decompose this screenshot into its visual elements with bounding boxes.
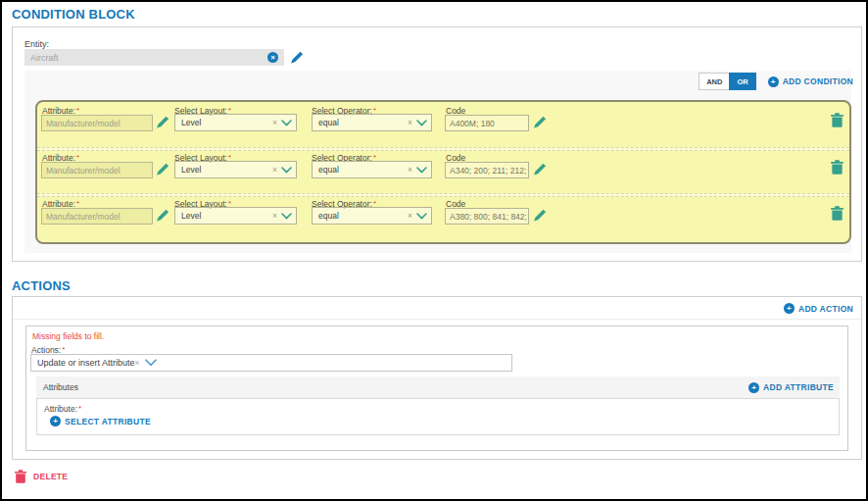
- attribute-item-box: Attribute:* + SELECT ATTRIBUTE: [36, 398, 840, 435]
- plus-icon: +: [50, 416, 61, 426]
- edit-attribute-icon[interactable]: [157, 209, 169, 222]
- attribute-input[interactable]: Manufacturer/model: [41, 162, 153, 178]
- edit-attribute-icon[interactable]: [157, 163, 169, 175]
- chevron-down-icon[interactable]: [281, 120, 292, 126]
- clear-icon[interactable]: ×: [272, 118, 277, 127]
- delete-condition-icon[interactable]: [831, 113, 844, 130]
- code-input[interactable]: A340; 200; 211; 212; 2...: [445, 162, 529, 178]
- condition-row: Attribute:* Manufacturer/model Select La…: [37, 104, 849, 147]
- layout-select[interactable]: Level ×: [174, 207, 297, 225]
- clear-icon[interactable]: ×: [272, 211, 277, 221]
- chevron-down-icon[interactable]: [281, 167, 292, 174]
- condition-logic-toolbar: AND OR + ADD CONDITION: [699, 73, 853, 90]
- operator-select[interactable]: equal ×: [312, 207, 432, 225]
- missing-fields-warning: Missing fields to fill.: [32, 331, 104, 341]
- actions-select[interactable]: Update or insert Attribute ×: [30, 354, 512, 372]
- edit-code-icon[interactable]: [534, 116, 547, 128]
- code-input[interactable]: A400M; 180: [445, 115, 529, 131]
- clear-icon[interactable]: ×: [408, 118, 412, 127]
- operator-select[interactable]: equal ×: [312, 161, 432, 178]
- edit-code-icon[interactable]: [534, 163, 547, 175]
- clear-entity-icon[interactable]: ×: [267, 52, 278, 63]
- chevron-down-icon[interactable]: [145, 359, 157, 367]
- clear-icon[interactable]: ×: [272, 165, 277, 175]
- chevron-down-icon[interactable]: [416, 120, 427, 126]
- attribute-input[interactable]: Manufacturer/model: [41, 208, 153, 225]
- condition-block-title: CONDITION BLOCK: [12, 7, 135, 22]
- actions-container: + ADD ACTION Missing fields to fill. Act…: [12, 296, 862, 460]
- or-toggle-button[interactable]: OR: [729, 73, 755, 90]
- select-attribute-button[interactable]: + SELECT ATTRIBUTE: [50, 416, 151, 426]
- delete-condition-icon[interactable]: [831, 206, 844, 224]
- condition-block-container: Entity: Aircraft × Attribute Condition A…: [12, 26, 862, 262]
- chevron-down-icon[interactable]: [416, 167, 427, 174]
- actions-title: ACTIONS: [12, 278, 71, 293]
- actions-header: [13, 297, 861, 320]
- rule-editor-page: CONDITION BLOCK Entity: Aircraft × Attri…: [0, 0, 868, 501]
- code-input[interactable]: A380; 800; 841; 842; 8...: [445, 208, 529, 225]
- plus-icon: +: [748, 382, 759, 393]
- delete-button[interactable]: DELETE: [15, 470, 68, 483]
- layout-select[interactable]: Level ×: [174, 114, 297, 131]
- condition-row: Attribute:* Manufacturer/model Select La…: [37, 197, 849, 240]
- entity-input[interactable]: Aircraft ×: [24, 49, 284, 66]
- entity-label: Entity:: [24, 39, 49, 49]
- edit-code-icon[interactable]: [534, 209, 547, 222]
- clear-icon[interactable]: ×: [408, 165, 412, 175]
- condition-rows-group: Attribute:* Manufacturer/model Select La…: [35, 100, 851, 244]
- clear-icon[interactable]: ×: [135, 358, 140, 368]
- operator-select[interactable]: equal ×: [312, 114, 432, 131]
- chevron-down-icon[interactable]: [281, 213, 292, 220]
- layout-select[interactable]: Level ×: [174, 161, 297, 178]
- add-action-button[interactable]: + ADD ACTION: [784, 303, 853, 314]
- clear-icon[interactable]: ×: [408, 211, 412, 221]
- attributes-label: Attributes: [43, 382, 78, 392]
- edit-entity-icon[interactable]: [291, 51, 304, 64]
- chevron-down-icon[interactable]: [416, 213, 427, 220]
- attribute-input[interactable]: Manufacturer/model: [41, 115, 153, 131]
- action-item-box: Missing fields to fill. Actions:* Update…: [25, 326, 848, 451]
- plus-icon: +: [768, 76, 779, 87]
- add-condition-button[interactable]: + ADD CONDITION: [768, 76, 853, 87]
- attributes-header-band: Attributes + ADD ATTRIBUTE: [36, 376, 840, 398]
- trash-icon: [15, 470, 26, 483]
- edit-attribute-icon[interactable]: [157, 116, 169, 128]
- add-attribute-button[interactable]: + ADD ATTRIBUTE: [748, 382, 834, 393]
- and-toggle-button[interactable]: AND: [699, 73, 730, 90]
- delete-condition-icon[interactable]: [831, 160, 844, 177]
- plus-icon: +: [784, 303, 795, 314]
- entity-value: Aircraft: [30, 53, 267, 63]
- condition-row: Attribute:* Manufacturer/model Select La…: [37, 151, 849, 194]
